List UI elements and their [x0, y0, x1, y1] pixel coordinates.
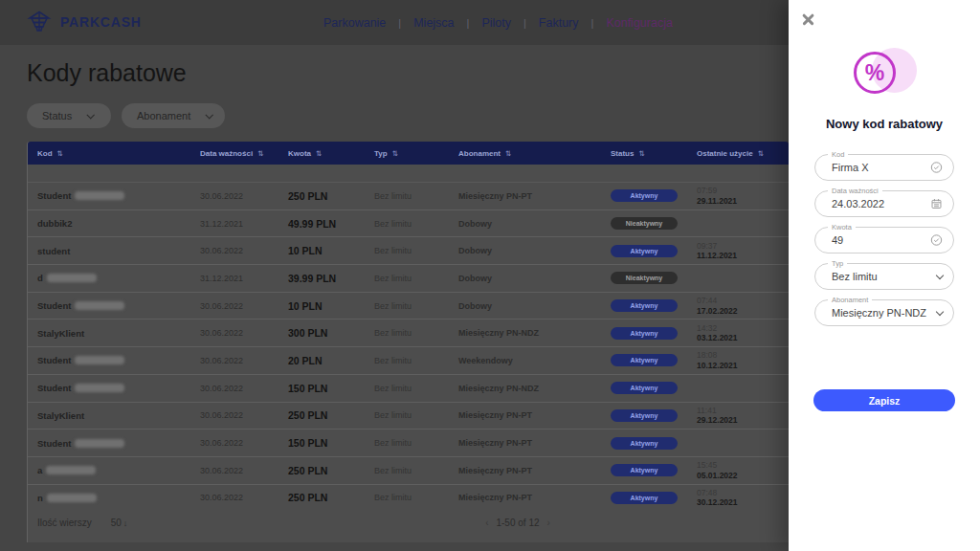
column-header-label: Abonament	[458, 149, 501, 158]
subscription-cell: Dobowy	[458, 246, 611, 255]
last-use-cell: 07:59 29.11.2021	[697, 186, 789, 206]
type-cell: Bez limitu	[374, 219, 458, 229]
column-header-label: Kod	[37, 149, 53, 158]
status-cell: Aktywny	[611, 327, 697, 340]
type-cell: Bez limitu	[374, 438, 458, 448]
rows-per-page-selector[interactable]: 50	[111, 518, 128, 528]
redacted-blur	[75, 301, 124, 310]
code-cell: Student	[37, 383, 200, 393]
chevron-down-icon	[206, 111, 213, 119]
status-badge: Nieaktywny	[611, 272, 678, 284]
table-row[interactable]: student 30.06.2022 10 PLN Bez limitu Dob…	[28, 236, 789, 264]
code-text: dubbik2	[37, 218, 72, 229]
table-row[interactable]: Student 30.06.2022 150 PLN Bez limitu Mi…	[28, 374, 789, 402]
column-header-label: Kwota	[288, 149, 311, 158]
code-text: Student	[37, 355, 71, 365]
valid-date-cell: 31.12.2021	[200, 219, 288, 229]
table-row[interactable]: Student 30.06.2022 10 PLN Bez limitu Dob…	[28, 292, 789, 320]
data-waznosci-field[interactable]: Data ważności 24.03.2022	[814, 190, 954, 217]
last-use-time: 18:08	[697, 350, 789, 361]
page-title: Kody rabatowe	[27, 59, 187, 87]
table-row[interactable]: Student 30.06.2022 250 PLN Bez limitu Mi…	[28, 182, 789, 209]
pagination-prev-icon[interactable]: ‹	[485, 518, 488, 528]
nav-item-faktury[interactable]: Faktury	[539, 16, 579, 30]
kwota-field[interactable]: Kwota 49	[814, 227, 954, 253]
code-cell: d	[37, 273, 200, 283]
code-cell: a	[37, 465, 200, 475]
nav-separator: |	[523, 17, 526, 29]
brand-name: PARKCASH	[60, 14, 142, 30]
table-row[interactable]: dubbik2 31.12.2021 49.99 PLN Bez limitu …	[28, 209, 789, 237]
amount-cell: 10 PLN	[288, 245, 374, 256]
column-header[interactable]: Kod ⇅	[37, 149, 200, 158]
nav-separator: |	[398, 17, 401, 29]
typ-select[interactable]: Typ Bez limitu	[814, 263, 954, 290]
subscription-cell: Weekendowy	[458, 356, 611, 365]
new-code-drawer: Nowy kod rabatowy Kod Firma X Data ważno…	[789, 0, 980, 551]
main-content: PARKCASH Parkowanie|Miejsca|Piloty|Faktu…	[0, 0, 789, 551]
code-text: a	[37, 465, 42, 475]
nav-item-konfiguracja[interactable]: Konfiguracja	[606, 16, 673, 30]
last-use-cell: 07:44 17.02.2022	[697, 296, 789, 316]
last-use-date: 10.12.2021	[697, 361, 789, 371]
status-badge: Aktywny	[611, 437, 678, 450]
pagination-next-icon[interactable]: ›	[547, 518, 550, 528]
status-cell: Aktywny	[611, 299, 697, 312]
column-header[interactable]: Abonament ⇅	[458, 149, 611, 158]
column-header[interactable]: Kwota ⇅	[288, 149, 374, 158]
status-badge: Aktywny	[611, 299, 678, 312]
table-row[interactable]: Student 30.06.2022 20 PLN Bez limitu Wee…	[28, 346, 789, 374]
filter-abonament[interactable]: Abonament	[122, 103, 225, 128]
pagination-label: 1-50 of 12	[496, 518, 539, 528]
kod-field[interactable]: Kod Firma X	[814, 154, 954, 181]
amount-cell: 49.99 PLN	[288, 218, 374, 230]
close-icon[interactable]	[801, 12, 815, 27]
type-cell: Bez limitu	[374, 466, 458, 475]
status-cell: Aktywny	[611, 492, 697, 504]
column-header[interactable]: Ostatnie użycie ⇅	[697, 149, 789, 158]
brand-logo[interactable]: PARKCASH	[27, 10, 142, 33]
table-header-row: Kod ⇅ Data ważności ⇅ Kwota ⇅ Typ ⇅ Abon…	[28, 142, 789, 165]
main-nav: Parkowanie|Miejsca|Piloty|Faktury|Konfig…	[323, 0, 673, 46]
column-header[interactable]: Data ważności ⇅	[200, 149, 288, 158]
table-row[interactable]: StalyKlient 30.06.2022 300 PLN Bez limit…	[28, 319, 789, 346]
table-row[interactable]: a 30.06.2022 250 PLN Bez limitu Miesięcz…	[28, 456, 789, 484]
abonament-select[interactable]: Abonament Miesięczny PN-NDZ	[814, 299, 954, 326]
chevron-down-icon	[87, 111, 95, 119]
save-button[interactable]: Zapisz	[813, 389, 955, 411]
nav-item-parkowanie[interactable]: Parkowanie	[323, 16, 386, 30]
code-text: Student	[37, 438, 71, 449]
valid-date-cell: 31.12.2021	[200, 274, 288, 283]
rows-per-page-value: 50	[111, 518, 122, 528]
table-row[interactable]: StalyKlient 30.06.2022 250 PLN Bez limit…	[28, 402, 789, 430]
filter-status[interactable]: Status	[27, 103, 111, 128]
subscription-cell: Dobowy	[458, 301, 611, 311]
last-use-cell: 07:48 30.12.2021	[697, 488, 789, 508]
subscription-cell: Miesięczny PN-PT	[458, 466, 611, 475]
table-row[interactable]: n 30.06.2022 250 PLN Bez limitu Miesięcz…	[28, 484, 789, 512]
column-header[interactable]: Status ⇅	[611, 149, 697, 158]
sort-icon: ⇅	[316, 149, 322, 158]
amount-cell: 20 PLN	[288, 355, 374, 366]
nav-item-miejsca[interactable]: Miejsca	[413, 16, 454, 30]
last-use-date: 29.11.2021	[697, 196, 789, 207]
subscription-cell: Dobowy	[458, 219, 611, 229]
code-cell: Student	[37, 438, 200, 449]
code-text: StalyKlient	[37, 410, 84, 421]
last-use-date: 11.12.2021	[697, 251, 789, 261]
code-cell: student	[37, 246, 200, 256]
valid-date-cell: 30.06.2022	[200, 438, 288, 448]
nav-item-piloty[interactable]: Piloty	[481, 16, 511, 30]
valid-date-cell: 30.06.2022	[200, 466, 288, 475]
column-header[interactable]: Typ ⇅	[374, 149, 458, 158]
last-use-time: 07:48	[697, 488, 789, 498]
pagination: ‹ 1-50 of 12 ›	[441, 518, 594, 528]
status-badge: Aktywny	[611, 464, 678, 476]
status-cell: Aktywny	[611, 354, 697, 366]
table-row[interactable]: d 31.12.2021 39.99 PLN Bez limitu Dobowy…	[28, 264, 789, 292]
valid-date-cell: 30.06.2022	[200, 384, 288, 393]
amount-cell: 150 PLN	[288, 383, 374, 394]
table-row[interactable]: Student 30.06.2022 150 PLN Bez limitu Mi…	[28, 429, 789, 456]
valid-date-cell: 30.06.2022	[200, 410, 288, 420]
table-footer: Ilość wierszy 50 ‹ 1-50 of 12 ›	[28, 512, 789, 539]
